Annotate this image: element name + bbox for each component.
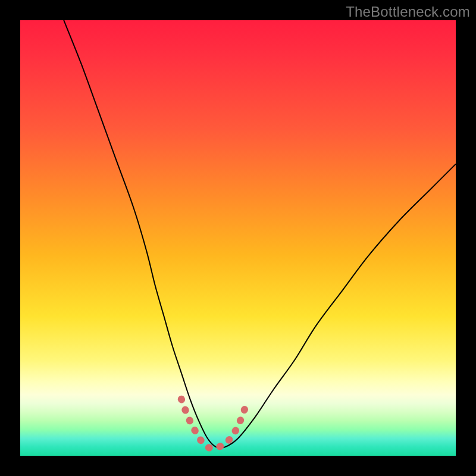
highlight-bottom [181,399,247,448]
plot-svg [20,20,456,456]
bottleneck-curve [64,20,456,448]
chart-frame: TheBottleneck.com [0,0,476,476]
watermark-text: TheBottleneck.com [346,4,470,20]
plot-area [20,20,456,456]
